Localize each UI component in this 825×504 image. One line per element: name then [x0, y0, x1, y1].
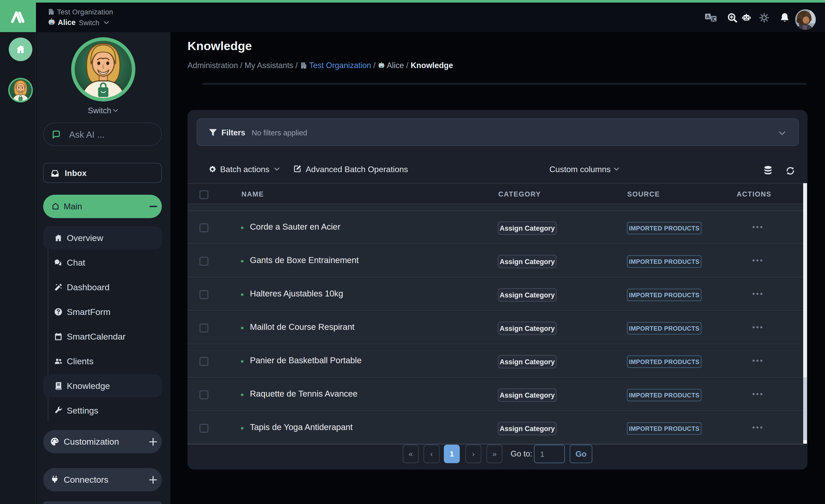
svg-text:A: A	[706, 14, 710, 19]
